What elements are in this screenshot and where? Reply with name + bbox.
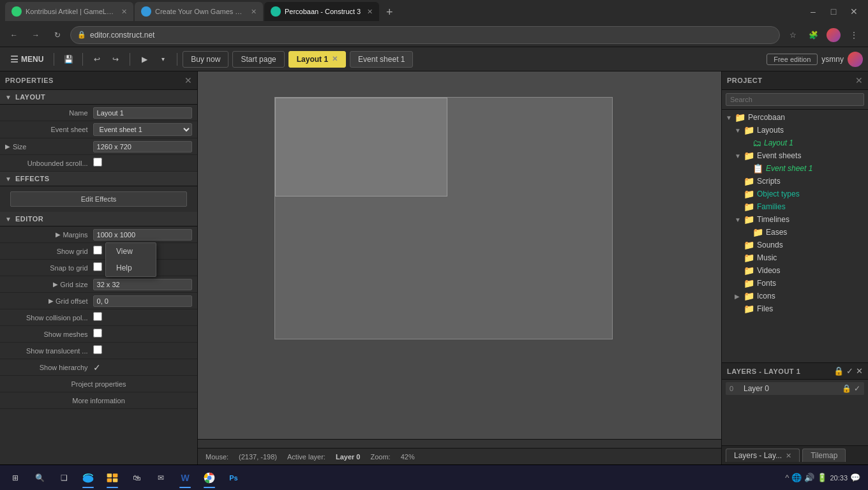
tray-battery-icon[interactable]: 🔋 — [817, 473, 827, 482]
play-button[interactable]: ▶ — [135, 50, 153, 68]
tab-close-2[interactable]: ✕ — [251, 8, 257, 16]
layers-bottom-tab[interactable]: Layers - Lay... ✕ — [726, 449, 800, 462]
properties-panel-close[interactable]: ✕ — [184, 75, 192, 85]
tree-item-layout1[interactable]: 🗂Layout 1 — [722, 137, 868, 149]
browser-tab-3[interactable]: Percobaan - Construct 3 ✕ — [264, 2, 379, 21]
tilemap-bottom-tab[interactable]: Tilemap — [802, 449, 846, 462]
snap-to-grid-checkbox[interactable] — [93, 262, 102, 271]
layout-section-header[interactable]: ▼ LAYOUT — [0, 90, 197, 105]
minimize-button[interactable]: – — [804, 3, 822, 20]
edit-effects-button[interactable]: Edit Effects — [10, 191, 187, 207]
menu-button[interactable]: ☰ MENU — [5, 52, 49, 67]
tree-item-sounds[interactable]: 📁Sounds — [722, 239, 868, 251]
taskbar-edge[interactable] — [77, 466, 100, 489]
margins-input[interactable] — [93, 229, 192, 241]
layers-close-button[interactable]: ✕ — [856, 366, 863, 376]
show-meshes-checkbox[interactable] — [93, 329, 102, 338]
show-translucent-checkbox[interactable] — [93, 345, 102, 354]
layer-lock-icon-0[interactable]: 🔒 — [842, 384, 851, 393]
tree-item-fonts[interactable]: 📁Fonts — [722, 277, 868, 290]
layers-tab-close[interactable]: ✕ — [786, 452, 791, 460]
tray-volume-icon[interactable]: 🔊 — [804, 473, 814, 482]
show-collision-checkbox[interactable] — [93, 312, 102, 321]
tree-item-icons[interactable]: ▶📁Icons — [722, 290, 868, 302]
profile-button[interactable] — [825, 26, 842, 44]
event-sheet-tab[interactable]: Event sheet 1 — [350, 51, 413, 68]
start-page-button[interactable]: Start page — [232, 51, 284, 68]
undo-button[interactable]: ↩ — [88, 50, 106, 68]
tree-item-scripts[interactable]: 📁Scripts — [722, 175, 868, 188]
margins-arrow[interactable]: ▶ — [56, 231, 61, 238]
project-search-input[interactable] — [726, 93, 864, 106]
menu-button[interactable]: ⋮ — [845, 26, 863, 44]
layers-visible-button[interactable]: ✓ — [846, 366, 853, 376]
tree-arrow-timelines[interactable]: ▼ — [735, 216, 744, 223]
tab-close-1[interactable]: ✕ — [121, 8, 127, 16]
tab-close-3[interactable]: ✕ — [367, 8, 373, 16]
tree-item-timelines[interactable]: ▼📁Timelines — [722, 213, 868, 226]
browser-tab-1[interactable]: Kontribusi Artikel | GameLab | Pl... ✕ — [5, 2, 133, 21]
tray-clock[interactable]: 20:33 — [830, 474, 848, 482]
tree-item-event-sheet1[interactable]: 📋Event sheet 1 — [722, 162, 868, 175]
tree-item-files[interactable]: 📁Files — [722, 302, 868, 315]
tree-item-videos[interactable]: 📁Videos — [722, 264, 868, 277]
tree-item-eases[interactable]: 📁Eases — [722, 226, 868, 239]
show-grid-checkbox[interactable] — [93, 246, 102, 255]
grid-size-input[interactable] — [93, 279, 192, 290]
tree-item-music[interactable]: 📁Music — [722, 251, 868, 264]
tree-arrow-event-sheets[interactable]: ▼ — [735, 152, 744, 160]
forward-button[interactable]: → — [27, 26, 45, 44]
save-button[interactable]: 💾 — [59, 50, 77, 68]
taskbar-mail[interactable]: ✉ — [149, 466, 172, 489]
canvas-workspace[interactable] — [198, 71, 721, 439]
browser-tab-2[interactable]: Create Your Own Games - Free T... ✕ — [135, 2, 263, 21]
maximize-button[interactable]: □ — [825, 3, 842, 20]
layer-visible-icon-0[interactable]: ✓ — [854, 384, 860, 393]
taskbar-ps[interactable]: Ps — [222, 466, 245, 489]
redo-button[interactable]: ↪ — [107, 50, 124, 68]
layout-tab-close[interactable]: ✕ — [332, 55, 338, 63]
grid-offset-input[interactable] — [93, 295, 192, 307]
event-sheet-select[interactable]: Event sheet 1 — [93, 123, 192, 136]
extension-button[interactable]: 🧩 — [804, 26, 822, 44]
tray-notification-icon[interactable]: 💬 — [850, 473, 860, 482]
taskbar-explorer[interactable] — [101, 466, 124, 489]
grid-offset-arrow[interactable]: ▶ — [49, 297, 54, 304]
tree-arrow-percobaan[interactable]: ▼ — [726, 114, 735, 121]
tray-chevron[interactable]: ^ — [785, 473, 789, 482]
tree-item-families[interactable]: 📁Families — [722, 200, 868, 213]
refresh-button[interactable]: ↻ — [49, 26, 66, 44]
user-avatar[interactable] — [848, 52, 863, 67]
canvas-scrollbar-horizontal[interactable] — [198, 439, 721, 448]
bookmark-button[interactable]: ☆ — [784, 26, 802, 44]
start-button[interactable]: ⊞ — [4, 466, 27, 489]
name-input[interactable] — [93, 107, 192, 119]
taskbar-search-button[interactable]: 🔍 — [28, 466, 51, 489]
tree-item-percobaan[interactable]: ▼📁Percobaan — [722, 111, 868, 124]
close-button[interactable]: ✕ — [845, 3, 863, 20]
project-panel-close[interactable]: ✕ — [855, 75, 863, 85]
unbounded-scroll-checkbox[interactable] — [93, 158, 102, 167]
context-menu-view[interactable]: View — [106, 243, 156, 260]
layer-row-0[interactable]: 0 Layer 0 🔒 ✓ — [726, 382, 864, 395]
tree-item-event-sheets[interactable]: ▼📁Event sheets — [722, 149, 868, 162]
taskbar-chrome[interactable] — [198, 466, 221, 489]
new-tab-button[interactable]: + — [380, 3, 398, 21]
tray-network-icon[interactable]: 🌐 — [791, 473, 802, 482]
tree-arrow-icons[interactable]: ▶ — [735, 293, 744, 300]
effects-section-header[interactable]: ▼ EFFECTS — [0, 172, 197, 186]
editor-section-header[interactable]: ▼ EDITOR — [0, 212, 197, 226]
size-input[interactable] — [93, 141, 192, 152]
tree-arrow-layouts[interactable]: ▼ — [735, 127, 744, 134]
layers-lock-button[interactable]: 🔒 — [834, 366, 844, 376]
taskbar-task-view[interactable]: ❑ — [52, 466, 75, 489]
grid-size-arrow[interactable]: ▶ — [53, 281, 58, 288]
taskbar-store[interactable]: 🛍 — [125, 466, 148, 489]
layout-tab[interactable]: Layout 1 ✕ — [288, 51, 346, 68]
play-dropdown-button[interactable]: ▾ — [154, 50, 172, 68]
tree-item-object-types[interactable]: 📁Object types — [722, 188, 868, 200]
back-button[interactable]: ← — [5, 26, 23, 44]
context-menu-help[interactable]: Help — [106, 260, 156, 276]
size-arrow[interactable]: ▶ — [5, 143, 10, 150]
taskbar-word[interactable]: W — [174, 466, 197, 489]
